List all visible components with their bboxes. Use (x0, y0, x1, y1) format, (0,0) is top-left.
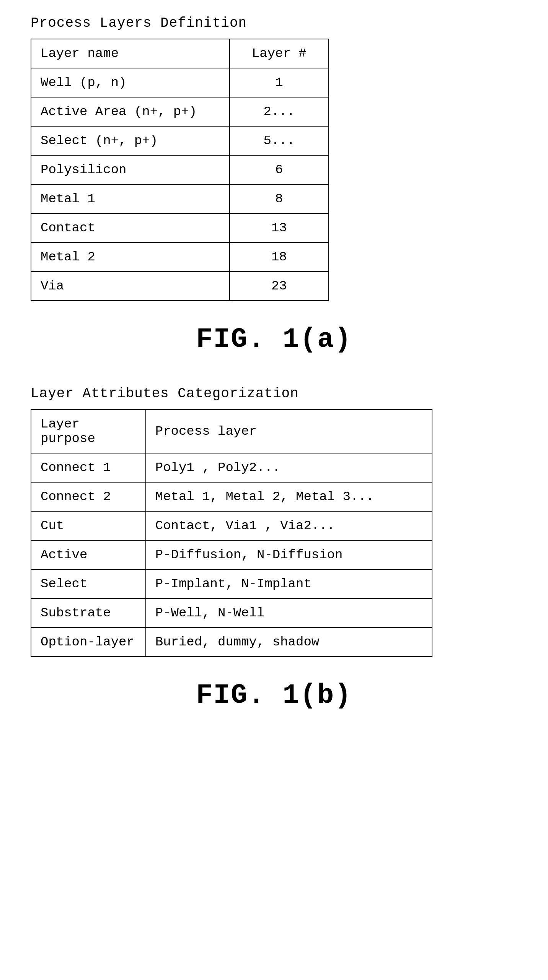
layer-number-cell: 2... (230, 97, 329, 126)
table-row: Via 23 (31, 271, 329, 301)
layer-purpose-cell: Substrate (31, 598, 146, 627)
table-row: Active Area (n+, p+) 2... (31, 97, 329, 126)
layer-number-cell: 18 (230, 242, 329, 271)
table-header-row: Layer name Layer # (31, 39, 329, 68)
layer-name-cell: Active Area (n+, p+) (31, 97, 230, 126)
fig1b-section: Layer Attributes Categorization Layer pu… (31, 386, 517, 657)
table-header-row: Layer purpose Process layer (31, 410, 432, 453)
col-header-layer-purpose: Layer purpose (31, 410, 146, 453)
fig1b-label: FIG. 1(b) (31, 680, 517, 711)
layer-attributes-table: Layer purpose Process layer Connect 1 Po… (31, 409, 432, 657)
layer-purpose-cell: Connect 1 (31, 453, 146, 482)
table-row: Active P-Diffusion, N-Diffusion (31, 540, 432, 569)
layer-name-cell: Contact (31, 213, 230, 242)
process-layer-cell: P-Diffusion, N-Diffusion (146, 540, 432, 569)
layer-name-cell: Well (p, n) (31, 68, 230, 97)
layer-name-cell: Metal 2 (31, 242, 230, 271)
fig1b-title: Layer Attributes Categorization (31, 386, 517, 401)
table-row: Connect 1 Poly1 , Poly2... (31, 453, 432, 482)
col-header-layer-name: Layer name (31, 39, 230, 68)
table-row: Polysilicon 6 (31, 155, 329, 184)
process-layer-cell: Buried, dummy, shadow (146, 627, 432, 657)
layer-purpose-cell: Cut (31, 511, 146, 540)
layer-number-cell: 13 (230, 213, 329, 242)
table-row: Substrate P-Well, N-Well (31, 598, 432, 627)
table-row: Option-layer Buried, dummy, shadow (31, 627, 432, 657)
table-row: Select (n+, p+) 5... (31, 126, 329, 155)
layer-purpose-cell: Connect 2 (31, 482, 146, 511)
layer-number-cell: 23 (230, 271, 329, 301)
table-row: Select P-Implant, N-Implant (31, 569, 432, 598)
process-layer-cell: Metal 1, Metal 2, Metal 3... (146, 482, 432, 511)
process-layer-cell: Poly1 , Poly2... (146, 453, 432, 482)
process-layers-table: Layer name Layer # Well (p, n) 1 Active … (31, 39, 329, 301)
layer-name-cell: Via (31, 271, 230, 301)
table-row: Metal 2 18 (31, 242, 329, 271)
fig1a-section: Process Layers Definition Layer name Lay… (31, 15, 517, 301)
layer-purpose-cell: Active (31, 540, 146, 569)
layer-number-cell: 1 (230, 68, 329, 97)
fig1a-title: Process Layers Definition (31, 15, 517, 31)
fig1a-label: FIG. 1(a) (31, 324, 517, 355)
table-row: Contact 13 (31, 213, 329, 242)
col-header-process-layer: Process layer (146, 410, 432, 453)
layer-number-cell: 8 (230, 184, 329, 213)
layer-name-cell: Metal 1 (31, 184, 230, 213)
layer-name-cell: Polysilicon (31, 155, 230, 184)
layer-number-cell: 5... (230, 126, 329, 155)
table-row: Connect 2 Metal 1, Metal 2, Metal 3... (31, 482, 432, 511)
table-row: Cut Contact, Via1 , Via2... (31, 511, 432, 540)
layer-purpose-cell: Select (31, 569, 146, 598)
layer-name-cell: Select (n+, p+) (31, 126, 230, 155)
process-layer-cell: P-Well, N-Well (146, 598, 432, 627)
layer-purpose-cell: Option-layer (31, 627, 146, 657)
layer-number-cell: 6 (230, 155, 329, 184)
table-row: Metal 1 8 (31, 184, 329, 213)
col-header-layer-number: Layer # (230, 39, 329, 68)
process-layer-cell: P-Implant, N-Implant (146, 569, 432, 598)
table-row: Well (p, n) 1 (31, 68, 329, 97)
process-layer-cell: Contact, Via1 , Via2... (146, 511, 432, 540)
